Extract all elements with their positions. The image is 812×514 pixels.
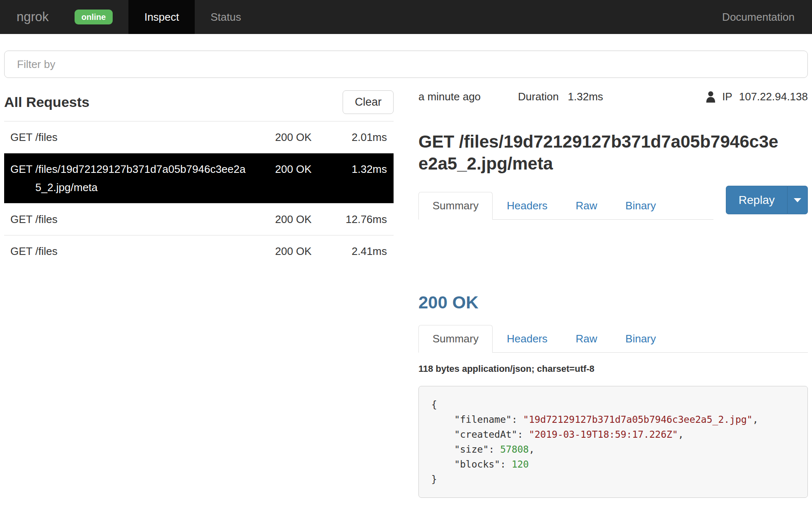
user-icon — [705, 91, 716, 103]
request-status: 200 OK — [275, 160, 333, 178]
replay-button[interactable]: Replay — [726, 186, 787, 214]
request-title: GET /files/19d72129127b371d7a05b7946c3ee… — [418, 131, 785, 175]
nav-item-inspect[interactable]: Inspect — [128, 0, 195, 34]
request-time-ago: a minute ago — [418, 90, 481, 103]
request-list: GET /files200 OK2.01msGET /files/19d7212… — [4, 121, 394, 267]
tab-headers[interactable]: Headers — [493, 192, 561, 220]
request-path: /files — [35, 242, 57, 260]
request-method: GET — [10, 245, 32, 257]
replay-split-button: Replay — [726, 186, 808, 214]
tab-binary[interactable]: Binary — [611, 325, 670, 353]
response-body-json: { "filename": "19d72129127b371d7a05b7946… — [418, 386, 808, 498]
code-line: "blocks": 120 — [431, 457, 795, 472]
request-duration: 2.41ms — [333, 242, 387, 260]
duration-label: Duration — [518, 90, 558, 103]
response-status: 200 OK — [418, 292, 808, 313]
request-status: 200 OK — [275, 210, 333, 228]
tunnel-status-badge: online — [75, 10, 113, 24]
ip-value: 107.22.94.138 — [739, 90, 808, 103]
request-tab-row: SummaryHeadersRawBinary Replay — [418, 186, 808, 220]
request-path: /files — [35, 128, 57, 146]
request-method: GET — [10, 213, 32, 225]
tab-raw[interactable]: Raw — [562, 325, 611, 353]
nav-item-status[interactable]: Status — [195, 0, 257, 34]
filter-bar — [4, 51, 808, 78]
request-meta-row: a minute ago Duration 1.32ms IP 107.22.9… — [418, 90, 808, 103]
code-line: { — [431, 397, 795, 412]
request-duration: 1.32ms — [333, 160, 387, 178]
duration-value: 1.32ms — [568, 90, 603, 103]
requests-title: All Requests — [4, 94, 89, 110]
code-line: "createdAt": "2019-03-19T18:59:17.226Z", — [431, 427, 795, 442]
tab-headers[interactable]: Headers — [493, 325, 561, 353]
ngrok-logo: ngrok — [0, 0, 49, 34]
request-duration: 12.76ms — [333, 210, 387, 228]
request-status: 200 OK — [275, 128, 333, 146]
tab-raw[interactable]: Raw — [562, 192, 611, 220]
request-row[interactable]: GET /files/19d72129127b371d7a05b7946c3ee… — [4, 153, 394, 203]
request-duration: 2.01ms — [333, 128, 387, 146]
tab-summary[interactable]: Summary — [418, 325, 493, 353]
ngrok-inspect-page: ngrok online Inspect Status Documentatio… — [0, 0, 812, 514]
requests-header: All Requests Clear — [4, 89, 394, 115]
navbar-tabs: Inspect Status — [128, 0, 257, 34]
code-line: "filename": "19d72129127b371d7a05b7946c3… — [431, 412, 795, 427]
response-content-info: 118 bytes application/json; charset=utf-… — [418, 364, 808, 374]
navbar-spacer — [257, 0, 722, 34]
navbar: ngrok online Inspect Status Documentatio… — [0, 0, 812, 34]
request-tabbar: SummaryHeadersRawBinary — [418, 192, 713, 220]
request-status: 200 OK — [275, 242, 333, 260]
documentation-link[interactable]: Documentation — [722, 0, 812, 34]
request-detail-panel: a minute ago Duration 1.32ms IP 107.22.9… — [418, 78, 808, 498]
tab-summary[interactable]: Summary — [418, 192, 493, 220]
tab-binary[interactable]: Binary — [611, 192, 670, 220]
client-ip: IP 107.22.94.138 — [705, 90, 808, 103]
request-path: /files — [35, 210, 57, 228]
main-content: All Requests Clear GET /files200 OK2.01m… — [0, 78, 812, 498]
code-line: } — [431, 472, 795, 487]
response-tabbar: SummaryHeadersRawBinary — [418, 325, 808, 353]
request-method: GET — [10, 131, 32, 143]
request-row[interactable]: GET /files200 OK2.41ms — [4, 235, 394, 267]
request-row[interactable]: GET /files200 OK12.76ms — [4, 203, 394, 235]
requests-panel: All Requests Clear GET /files200 OK2.01m… — [4, 78, 394, 267]
request-row[interactable]: GET /files200 OK2.01ms — [4, 121, 394, 153]
ip-label: IP — [722, 90, 732, 103]
request-path: /files/19d72129127b371d7a05b7946c3ee2a5_… — [35, 160, 251, 196]
clear-button[interactable]: Clear — [343, 90, 394, 114]
response-tab-row: SummaryHeadersRawBinary — [418, 325, 808, 353]
replay-dropdown-button[interactable] — [787, 186, 808, 214]
code-line: "size": 57808, — [431, 442, 795, 457]
filter-input[interactable] — [4, 51, 808, 78]
request-method: GET — [10, 163, 32, 175]
caret-down-icon — [794, 198, 801, 202]
